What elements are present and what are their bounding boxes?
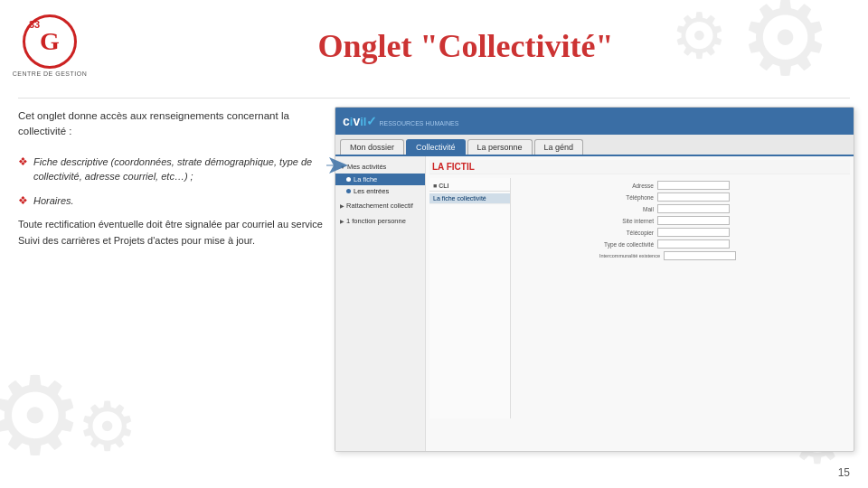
cli-label: ■ CLI	[429, 181, 510, 192]
logo: 33 G CENTRE DE GESTION	[9, 9, 90, 81]
form-row-telephone: Téléphone	[599, 192, 736, 202]
mockup-main-panel: LA FICTIL ■ CLI La fiche collectivité Ad…	[426, 156, 854, 451]
page-number: 15	[838, 466, 850, 479]
logo-circle: 33 G	[23, 14, 77, 69]
tab-la-gend[interactable]: La génd	[534, 139, 584, 155]
sidebar-section-fonction: ▶ 1 fonction personne	[335, 214, 425, 228]
arrow-pointer	[324, 152, 351, 179]
form-label-intercommunalite: Intercommunalité existence	[599, 253, 660, 258]
form-input-telephone[interactable]	[657, 192, 730, 202]
form-input-site-internet[interactable]	[657, 216, 730, 225]
screen-mockup: c i v il ✓ RESSOURCES HUMAINES Mon dossi…	[335, 107, 854, 452]
form-label-mail: Mail	[599, 206, 654, 212]
sidebar-dot-2	[346, 189, 351, 193]
sidebar-group-fonction[interactable]: ▶ 1 fonction personne	[335, 214, 425, 228]
nav-tabs-bar: Mon dossier Collectivité La personne La …	[335, 135, 854, 156]
mockup-secondary-layout: ■ CLI La fiche collectivité Adresse Télé…	[429, 178, 850, 446]
separator-line	[18, 98, 850, 99]
sidebar-fonction-label: 1 fonction personne	[346, 217, 406, 225]
form-label-site-internet: Site internet	[599, 218, 654, 224]
form-label-type-collectivite: Type de collectivité	[599, 241, 654, 248]
civil-logo: c i v il ✓ RESSOURCES HUMAINES	[343, 114, 458, 128]
logo-letter: G	[40, 27, 60, 56]
form-input-intercommunalite[interactable]	[664, 251, 736, 260]
form-input-type-collectivite[interactable]	[657, 239, 730, 249]
bullet-text-2: Horaires.	[33, 193, 74, 209]
bullet-fiche: ❖ Fiche descriptive (coordonnées, strate…	[18, 155, 326, 184]
sidebar-group-label: Mes activités	[347, 163, 386, 171]
form-row-adresse: Adresse	[599, 181, 736, 190]
form-input-adresse[interactable]	[657, 181, 730, 190]
form-row-site-internet: Site internet	[599, 216, 736, 225]
bullet-text-1: Fiche descriptive (coordonnées, strate d…	[33, 155, 326, 184]
form-input-mail[interactable]	[657, 204, 730, 213]
form-row-mail: Mail	[599, 204, 736, 213]
logo-subtitle: CENTRE DE GESTION	[13, 70, 87, 77]
mockup-sidebar: ▼ Mes activités La fiche Les entrées ▶ R…	[335, 156, 426, 451]
bullet-icon-2: ❖	[18, 194, 28, 207]
form-row-intercommunalite: Intercommunalité existence	[599, 251, 736, 260]
civil-topbar: c i v il ✓ RESSOURCES HUMAINES	[335, 108, 854, 135]
mockup-secondary-sidebar: ■ CLI La fiche collectivité	[429, 178, 511, 418]
mockup-entity-title: LA FICTIL	[429, 160, 850, 174]
bullet-icon-1: ❖	[18, 155, 28, 168]
tab-la-personne[interactable]: La personne	[467, 139, 533, 155]
form-label-telephone: Téléphone	[599, 194, 654, 201]
sec-sidebar-fiche-collectivite[interactable]: La fiche collectivité	[429, 193, 510, 204]
mockup-form-area: Adresse Téléphone Mail Site internet	[597, 178, 739, 446]
footer-text: Toute rectification éventuelle doit être…	[18, 217, 326, 249]
gear-decoration-3: ⚙	[0, 361, 84, 470]
mockup-body: ▼ Mes activités La fiche Les entrées ▶ R…	[335, 156, 854, 451]
page-title: Onglet "Collectivité"	[118, 27, 814, 65]
sidebar-rattachement-label: Rattachement collectif	[346, 202, 413, 210]
form-label-adresse: Adresse	[599, 183, 654, 189]
form-row-telecopier: Télécopier	[599, 228, 736, 237]
sidebar-group-rattachement[interactable]: ▶ Rattachement collectif	[335, 199, 425, 212]
bullet-horaires: ❖ Horaires.	[18, 193, 326, 209]
intro-text: Cet onglet donne accès aux renseignement…	[18, 108, 326, 140]
logo-number: 33	[29, 19, 40, 30]
sidebar-item-les-entrees[interactable]: Les entrées	[335, 185, 425, 197]
form-input-telecopier[interactable]	[657, 228, 730, 237]
expand-arrow-3: ▶	[340, 218, 344, 224]
form-label-telecopier: Télécopier	[599, 230, 654, 236]
sidebar-section-rattachement: ▶ Rattachement collectif	[335, 199, 425, 212]
form-row-type-collectivite: Type de collectivité	[599, 239, 736, 249]
tab-collectivite[interactable]: Collectivité	[406, 139, 466, 155]
expand-arrow-2: ▶	[340, 202, 344, 209]
left-content-area: Cet onglet donne accès aux renseignement…	[18, 108, 326, 249]
gear-decoration-4: ⚙	[77, 393, 137, 461]
